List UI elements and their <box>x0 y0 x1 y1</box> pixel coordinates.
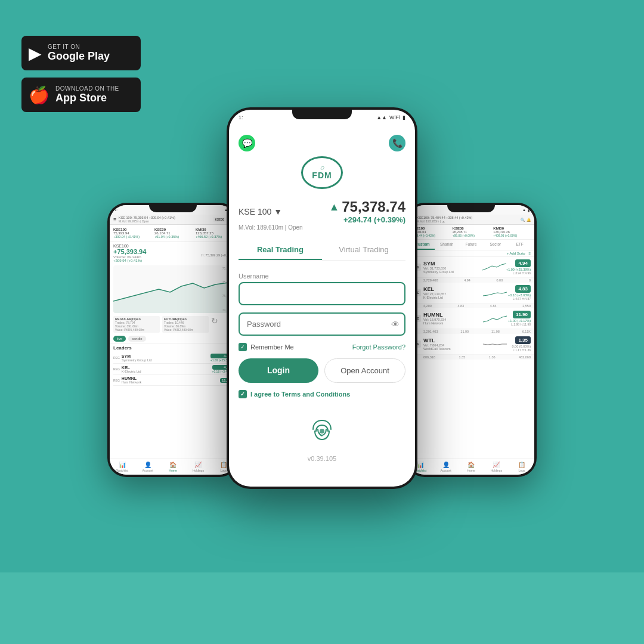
version-text: v0.39.105 <box>308 455 336 462</box>
left-kse36-icon: KSE36 <box>213 217 226 222</box>
terms-checkbox[interactable]: ✓ <box>239 390 247 398</box>
right-humnl-info: HUMNL Vol: 16,970,334 Hum Network <box>423 312 483 325</box>
left-candle-tab[interactable]: candle <box>128 336 146 342</box>
phones-container: 1: ▲ ▮ ☰ KSE 100: 75,393.94 +309.94 (+0.… <box>0 107 644 489</box>
right-kse-meta: M.Vol: 193.283m | ☁ <box>417 219 518 223</box>
home-icon: 🏠 <box>169 462 177 468</box>
left-leaders-section: Leaders REG SYM Symmetry Group Ltd 4.96 … <box>110 343 236 388</box>
login-buttons-row: Login Open Account <box>239 358 405 383</box>
right-sym-price: 4.94 +1.00 (+25.38%) L:3.94 H:4.96 <box>506 259 531 275</box>
left-tab-bar: live candle <box>110 335 236 343</box>
right-kel-chart <box>483 287 507 299</box>
center-time: 1: <box>239 114 243 120</box>
account-icon: 👤 <box>144 462 151 468</box>
right-search-icon[interactable]: 🔍 <box>521 218 525 222</box>
eye-toggle-icon[interactable]: 👁 <box>391 320 400 329</box>
left-time: 1: <box>114 208 117 212</box>
right-sector-tab[interactable]: Sector <box>483 240 507 250</box>
right-account-label: Account <box>441 469 451 472</box>
left-nav-home[interactable]: 🏠 Home <box>160 462 185 472</box>
remember-row: ✓ Remember Me Forgot Password? <box>239 343 405 351</box>
left-bottom-nav: 📊 Watchlist 👤 Account 🏠 Home 📈 Holdings <box>110 459 236 475</box>
right-notif-icon[interactable]: 🔔 <box>527 218 531 222</box>
fdm-logo-container: ⬡ FDM <box>229 156 415 189</box>
left-nav-account[interactable]: 👤 Account <box>135 462 160 472</box>
watchlist-label: Watchlist <box>116 469 128 472</box>
right-wtl-price: 1.35 0.00 (0.00%) L:1.17 H:1.36 <box>507 336 531 352</box>
center-phone: 1: ▲▲ WiFi ▮ 💬 📞 ⬡ <box>227 107 417 489</box>
right-home-icon: 🏠 <box>467 462 475 468</box>
svg-point-0 <box>320 429 324 434</box>
right-future-tab[interactable]: Future <box>459 240 484 250</box>
right-sort-icon[interactable]: ≡ <box>528 252 531 255</box>
left-leader-humnl: REG HUMNL Hum Network 11.90 <box>113 375 233 386</box>
left-nav-watchlist[interactable]: 📊 Watchlist <box>110 462 135 472</box>
remember-checkbox[interactable]: ✓ <box>239 343 247 351</box>
kse-change: +294.74 (+0.39%) <box>329 215 405 224</box>
right-nav-account[interactable]: 👤 Account <box>433 462 458 472</box>
terms-label: I agree to Terms and Conditions <box>250 391 350 398</box>
left-nav-holdings[interactable]: 📈 Holdings <box>185 462 210 472</box>
right-shariah-tab[interactable]: Shariah <box>435 240 459 250</box>
right-bottom-nav: 📊 Watchlist 👤 Account 🏠 Home 📈 Holdings <box>408 459 534 475</box>
left-kse100-item: KSE100 75,393.94 +309.94 (+0.41%) <box>112 227 151 240</box>
real-trading-tab[interactable]: Real Trading <box>239 240 322 260</box>
store-badges: ▶ GET IT ON Google Play 🍎 Download on th… <box>21 36 141 112</box>
dropdown-icon[interactable]: ▼ <box>274 207 282 216</box>
login-button[interactable]: Login <box>239 358 318 383</box>
left-future-item: FUTURE|Open Trades: 10,446 Volume: 36.89… <box>162 316 209 333</box>
right-nav-logs[interactable]: 📋 Logs <box>509 462 534 472</box>
right-wtl-stats: 606,3161.351.36482,068 <box>408 355 534 360</box>
right-wl-wtl: REG WTL Vol: 7,864,284 WorldCall Telecom… <box>408 334 534 355</box>
right-holdings-icon: 📈 <box>493 462 500 468</box>
username-input[interactable] <box>239 282 405 305</box>
left-menu-icon[interactable]: ☰ <box>113 218 116 222</box>
center-wifi-icon: WiFi <box>389 114 400 120</box>
kse-label: KSE 100 ▼ <box>239 207 282 216</box>
kse-meta: M.Vol: 189.610m | Open <box>239 224 405 231</box>
left-phone: 1: ▲ ▮ ☰ KSE 100: 75,393.94 +309.94 (+0.… <box>107 203 239 477</box>
password-input[interactable] <box>239 312 405 336</box>
terms-row: ✓ I agree to Terms and Conditions <box>239 390 405 398</box>
left-mini-chart: 75,400 75,200 75,000 74,800 <box>113 265 233 313</box>
right-account-icon: 👤 <box>442 462 450 468</box>
virtual-trading-tab[interactable]: Virtual Trading <box>322 240 405 260</box>
remember-left: ✓ Remember Me <box>239 343 294 351</box>
apple-icon: 🍎 <box>29 85 49 105</box>
right-sym-stats: 2,729,4084.940.000 <box>408 278 534 283</box>
right-add-icon[interactable]: + Add Scrip <box>507 252 525 255</box>
right-kel-stats: 4,2004.834.842,550 <box>408 304 534 308</box>
watchlist-icon: 📊 <box>119 462 126 468</box>
phone-call-button[interactable]: 📞 <box>389 135 405 151</box>
right-kel-price: 4.83 +0.16 (+3.63%) L:4.67 H:4.87 <box>507 285 531 301</box>
kse-price: 75,378.74 <box>342 199 405 215</box>
right-nav-home[interactable]: 🏠 Home <box>459 462 484 472</box>
username-input-wrapper <box>239 282 405 305</box>
right-watchlist-icon: 📊 <box>417 462 424 468</box>
right-etf-tab[interactable]: ETF <box>507 240 532 250</box>
open-account-button[interactable]: Open Account <box>324 358 405 383</box>
right-nav-holdings[interactable]: 📈 Holdings <box>484 462 509 472</box>
google-play-badge[interactable]: ▶ GET IT ON Google Play <box>21 36 141 70</box>
left-live-tab[interactable]: live <box>113 336 126 342</box>
center-phone-screen: 1: ▲▲ WiFi ▮ 💬 📞 ⬡ <box>229 110 415 487</box>
username-group: Username <box>239 273 405 305</box>
center-phone-notch <box>292 107 352 119</box>
password-input-wrapper: 👁 <box>239 312 405 336</box>
left-candle-section: REGULAR|Open Trades: 78,794 Volume: 391.… <box>110 314 236 335</box>
center-battery-icon: ▮ <box>402 114 405 120</box>
left-phone-notch <box>149 203 197 212</box>
whatsapp-button[interactable]: 💬 <box>239 135 255 151</box>
google-play-text: GET IT ON Google Play <box>48 44 110 63</box>
password-group: 👁 <box>239 312 405 336</box>
fingerprint-icon[interactable] <box>307 416 337 451</box>
center-signal-icon: ▲▲ <box>376 114 387 120</box>
google-play-icon: ▶ <box>29 44 42 63</box>
right-logs-label: Logs <box>518 469 525 472</box>
fingerprint-section: v0.39.105 <box>229 410 415 468</box>
right-home-label: Home <box>467 469 475 472</box>
account-label: Account <box>143 469 153 472</box>
right-market-tabs: Custom Shariah Future Sector ETF <box>408 240 534 250</box>
right-wl-humnl: REG HUMNL Vol: 16,970,334 Hum Network 11… <box>408 308 534 329</box>
forgot-password-link[interactable]: Forgot Password? <box>352 343 405 351</box>
